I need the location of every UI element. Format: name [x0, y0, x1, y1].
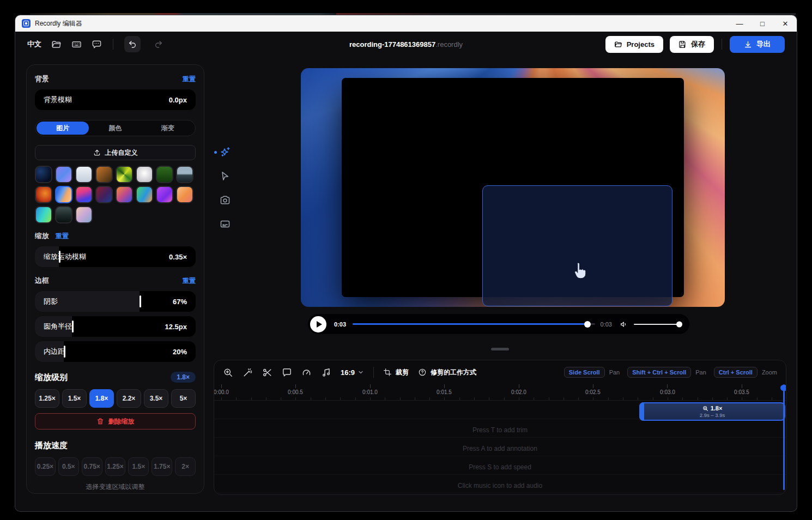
zoom-option-1-5x[interactable]: 1.5×: [62, 389, 87, 408]
feedback-comment-icon[interactable]: [92, 39, 102, 50]
music-note-icon[interactable]: [321, 367, 331, 378]
undo-button[interactable]: [124, 36, 141, 52]
background-reset-button[interactable]: 重置: [183, 75, 196, 84]
zoom-option-5x[interactable]: 5×: [171, 389, 196, 408]
shortcut-ctrl-scroll: Ctrl + Scroll: [714, 367, 758, 378]
wallpaper-thumbnail[interactable]: [75, 206, 93, 223]
padding-label: 内边距: [44, 347, 65, 356]
upload-icon: [93, 149, 101, 156]
speed-option-0-75x[interactable]: 0.75×: [82, 457, 102, 476]
magic-wand-icon[interactable]: [243, 367, 253, 378]
zoom-segment-label: 1.8×: [711, 405, 723, 412]
wallpaper-thumbnail[interactable]: [116, 186, 133, 203]
wallpaper-thumbnail[interactable]: [55, 206, 72, 223]
ruler-tick-label: 0:03.0: [660, 389, 675, 395]
camera-tool-icon[interactable]: [219, 194, 232, 207]
upload-custom-button[interactable]: 上传自定义: [35, 145, 196, 160]
border-reset-button[interactable]: 重置: [183, 276, 196, 286]
effects-sparkle-icon[interactable]: [219, 146, 232, 159]
header-right-group: Projects 保存 导出: [605, 36, 785, 53]
aspect-ratio-dropdown[interactable]: 16:9: [341, 368, 364, 377]
zoom-motion-blur-slider[interactable]: 缩放运动模糊 0.35×: [35, 246, 196, 267]
volume-slider[interactable]: [634, 324, 682, 325]
volume-icon[interactable]: [620, 320, 628, 329]
volume-handle[interactable]: [676, 321, 682, 327]
zoom-reset-button[interactable]: 重置: [56, 232, 69, 241]
playhead[interactable]: [783, 384, 785, 490]
wallpaper-thumbnail-selected[interactable]: [55, 186, 72, 203]
seek-bar[interactable]: [353, 323, 595, 325]
delete-zoom-button[interactable]: 删除缩放: [35, 413, 196, 430]
wallpaper-thumbnail[interactable]: [35, 186, 52, 203]
subtitle-card-icon[interactable]: [219, 217, 232, 231]
wallpaper-thumbnail[interactable]: [156, 166, 173, 183]
project-filename[interactable]: recording-1774861369857.recordly: [349, 40, 463, 49]
zoom-motion-blur-label: 缩放运动模糊: [44, 252, 86, 262]
slider-handle[interactable]: [140, 295, 141, 307]
zoom-segment[interactable]: 1.8× 2.9s – 3.9s: [639, 402, 785, 421]
wallpaper-thumbnail[interactable]: [176, 166, 193, 183]
speed-option-0-5x[interactable]: 0.5×: [58, 457, 79, 476]
projects-button[interactable]: Projects: [605, 36, 663, 53]
play-button[interactable]: [310, 316, 326, 332]
tab-image[interactable]: 图片: [37, 122, 89, 135]
cursor-tool-icon[interactable]: [219, 170, 232, 183]
video-preview[interactable]: [301, 68, 725, 307]
wallpaper-thumbnail[interactable]: [35, 206, 52, 223]
wallpaper-thumbnail[interactable]: [176, 186, 193, 203]
zoom-option-3-5x[interactable]: 3.5×: [144, 389, 168, 408]
duration: 0:03: [601, 321, 612, 328]
tab-gradient[interactable]: 渐变: [142, 122, 194, 135]
scroll-shortcut-hints: Side Scroll Pan Shift + Ctrl + Scroll Pa…: [564, 367, 777, 378]
wallpaper-thumbnail[interactable]: [95, 166, 113, 183]
speed-option-0-25x[interactable]: 0.25×: [35, 457, 56, 476]
wallpaper-thumbnail[interactable]: [136, 186, 153, 203]
timeline-tracks[interactable]: 1.8× 2.9s – 3.9s Press T to add trim Pre…: [214, 401, 786, 494]
shadow-slider[interactable]: 阴影 67%: [35, 291, 196, 312]
padding-slider[interactable]: 内边距 20%: [35, 341, 196, 362]
maximize-button[interactable]: □: [751, 15, 774, 32]
export-button[interactable]: 导出: [730, 36, 785, 53]
wallpaper-thumbnail[interactable]: [136, 166, 153, 183]
open-folder-icon[interactable]: [51, 39, 62, 50]
slider-handle[interactable]: [72, 321, 74, 332]
playhead-knob[interactable]: [780, 385, 786, 391]
wallpaper-thumbnail[interactable]: [55, 166, 72, 183]
corner-radius-slider[interactable]: 圆角半径 12.5px: [35, 316, 196, 337]
seek-handle[interactable]: [584, 321, 591, 328]
filename-text: recording-1774861369857: [349, 40, 435, 49]
trim-help-button[interactable]: 修剪的工作方式: [418, 368, 476, 377]
zoom-option-2-2x[interactable]: 2.2×: [117, 389, 141, 408]
save-button[interactable]: 保存: [670, 36, 714, 53]
language-button[interactable]: 中文: [27, 39, 41, 49]
app-window: Recordly 编辑器 — □ ✕ 中文: [15, 15, 797, 511]
background-blur-slider[interactable]: 背景模糊 0.0px: [35, 89, 196, 110]
wallpaper-thumbnail[interactable]: [156, 186, 173, 203]
zoom-region-box[interactable]: [482, 185, 672, 306]
wallpaper-thumbnail[interactable]: [95, 186, 113, 203]
zoom-segment-left-handle[interactable]: [639, 402, 644, 421]
close-button[interactable]: ✕: [774, 15, 797, 32]
redo-button[interactable]: [150, 36, 167, 52]
zoom-option-1-8x[interactable]: 1.8×: [89, 389, 114, 408]
speed-option-1-5x[interactable]: 1.5×: [128, 457, 149, 476]
wallpaper-thumbnail[interactable]: [35, 166, 52, 183]
zoom-section-header: 缩放 重置: [35, 231, 196, 241]
tab-color[interactable]: 颜色: [89, 122, 141, 135]
keyboard-shortcuts-icon[interactable]: [71, 39, 82, 50]
crop-button[interactable]: 裁剪: [383, 368, 409, 377]
trim-help-label: 修剪的工作方式: [431, 368, 476, 377]
wallpaper-thumbnail[interactable]: [75, 186, 93, 203]
scissors-icon[interactable]: [262, 367, 272, 378]
speed-option-1-25x[interactable]: 1.25×: [105, 457, 126, 476]
timeline-zoom-icon[interactable]: [223, 367, 233, 378]
speed-gauge-icon[interactable]: [301, 367, 312, 378]
panel-resize-handle[interactable]: [491, 348, 509, 350]
wallpaper-thumbnail[interactable]: [75, 166, 93, 183]
annotation-bubble-icon[interactable]: [282, 367, 292, 378]
speed-option-2x[interactable]: 2×: [175, 457, 196, 476]
wallpaper-thumbnail[interactable]: [116, 166, 133, 183]
minimize-button[interactable]: —: [728, 15, 751, 32]
zoom-option-1-25x[interactable]: 1.25×: [35, 389, 59, 408]
speed-option-1-75x[interactable]: 1.75×: [152, 457, 172, 476]
